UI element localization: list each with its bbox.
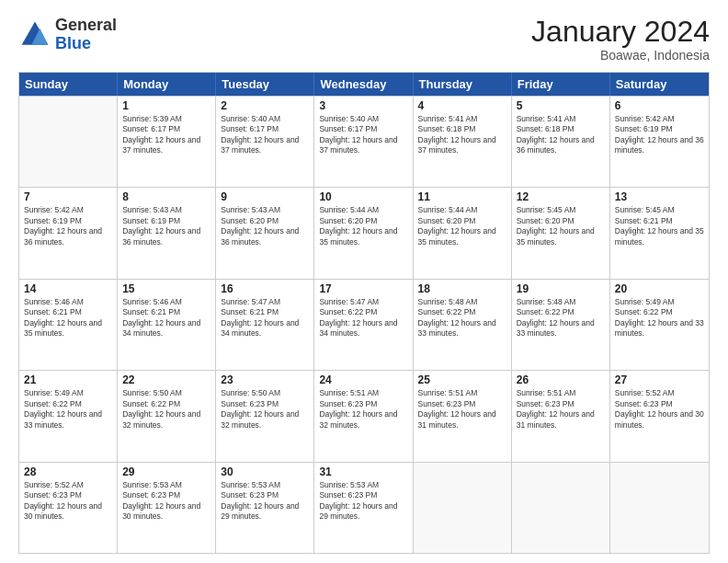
day-number: 15 — [122, 282, 210, 295]
day-number: 8 — [122, 190, 210, 203]
day-number: 29 — [122, 465, 210, 478]
cell-info: Sunrise: 5:42 AM Sunset: 6:19 PM Dayligh… — [615, 114, 704, 156]
location: Boawae, Indonesia — [531, 48, 710, 63]
calendar-row: 28Sunrise: 5:52 AM Sunset: 6:23 PM Dayli… — [19, 462, 709, 553]
day-number: 16 — [221, 282, 309, 295]
weekday-header: Friday — [512, 73, 610, 96]
calendar-cell: 31Sunrise: 5:53 AM Sunset: 6:23 PM Dayli… — [314, 463, 413, 553]
cell-info: Sunrise: 5:53 AM Sunset: 6:23 PM Dayligh… — [319, 480, 407, 523]
calendar-cell: 5Sunrise: 5:41 AM Sunset: 6:18 PM Daylig… — [512, 97, 610, 187]
calendar-cell: 23Sunrise: 5:50 AM Sunset: 6:23 PM Dayli… — [216, 371, 314, 461]
calendar-body: 1Sunrise: 5:39 AM Sunset: 6:17 PM Daylig… — [19, 96, 709, 553]
cell-info: Sunrise: 5:49 AM Sunset: 6:22 PM Dayligh… — [24, 388, 112, 431]
calendar-cell: 14Sunrise: 5:46 AM Sunset: 6:21 PM Dayli… — [19, 280, 118, 370]
calendar-cell — [512, 463, 610, 553]
cell-info: Sunrise: 5:43 AM Sunset: 6:19 PM Dayligh… — [122, 205, 210, 247]
day-number: 18 — [418, 282, 506, 295]
logo-text: General Blue — [55, 17, 117, 53]
day-number: 11 — [418, 190, 506, 203]
day-number: 4 — [418, 99, 506, 112]
weekday-header: Saturday — [610, 73, 709, 96]
calendar-cell: 4Sunrise: 5:41 AM Sunset: 6:18 PM Daylig… — [414, 97, 512, 187]
cell-info: Sunrise: 5:51 AM Sunset: 6:23 PM Dayligh… — [418, 388, 506, 431]
weekday-header: Sunday — [19, 73, 118, 96]
calendar-cell: 2Sunrise: 5:40 AM Sunset: 6:17 PM Daylig… — [216, 97, 314, 187]
cell-info: Sunrise: 5:47 AM Sunset: 6:22 PM Dayligh… — [319, 297, 407, 339]
calendar-cell: 27Sunrise: 5:52 AM Sunset: 6:23 PM Dayli… — [610, 371, 709, 461]
day-number: 13 — [615, 190, 704, 203]
calendar-row: 14Sunrise: 5:46 AM Sunset: 6:21 PM Dayli… — [19, 279, 709, 370]
calendar-cell: 12Sunrise: 5:45 AM Sunset: 6:20 PM Dayli… — [512, 188, 610, 278]
day-number: 22 — [122, 373, 210, 386]
cell-info: Sunrise: 5:53 AM Sunset: 6:23 PM Dayligh… — [122, 480, 210, 523]
day-number: 7 — [24, 190, 112, 203]
calendar-cell: 19Sunrise: 5:48 AM Sunset: 6:22 PM Dayli… — [512, 280, 610, 370]
day-number: 26 — [517, 373, 605, 386]
calendar-cell: 28Sunrise: 5:52 AM Sunset: 6:23 PM Dayli… — [19, 463, 118, 553]
day-number: 1 — [122, 99, 210, 112]
day-number: 2 — [221, 99, 309, 112]
cell-info: Sunrise: 5:46 AM Sunset: 6:21 PM Dayligh… — [24, 297, 112, 339]
calendar-cell: 9Sunrise: 5:43 AM Sunset: 6:20 PM Daylig… — [216, 188, 314, 278]
day-number: 5 — [517, 99, 605, 112]
calendar-cell — [610, 463, 709, 553]
page: General Blue January 2024 Boawae, Indone… — [0, 0, 728, 563]
day-number: 23 — [221, 373, 309, 386]
day-number: 25 — [418, 373, 506, 386]
calendar-cell: 18Sunrise: 5:48 AM Sunset: 6:22 PM Dayli… — [414, 280, 512, 370]
cell-info: Sunrise: 5:48 AM Sunset: 6:22 PM Dayligh… — [418, 297, 506, 339]
cell-info: Sunrise: 5:45 AM Sunset: 6:20 PM Dayligh… — [517, 205, 605, 247]
day-number: 9 — [221, 190, 309, 203]
calendar-cell: 3Sunrise: 5:40 AM Sunset: 6:17 PM Daylig… — [314, 97, 413, 187]
calendar-cell: 30Sunrise: 5:53 AM Sunset: 6:23 PM Dayli… — [216, 463, 314, 553]
weekday-header: Tuesday — [216, 73, 314, 96]
logo: General Blue — [18, 17, 117, 53]
day-number: 10 — [319, 190, 407, 203]
calendar-row: 1Sunrise: 5:39 AM Sunset: 6:17 PM Daylig… — [19, 96, 709, 187]
calendar-cell: 10Sunrise: 5:44 AM Sunset: 6:20 PM Dayli… — [314, 188, 413, 278]
cell-info: Sunrise: 5:41 AM Sunset: 6:18 PM Dayligh… — [418, 114, 506, 156]
cell-info: Sunrise: 5:39 AM Sunset: 6:17 PM Dayligh… — [122, 114, 210, 156]
title-block: January 2024 Boawae, Indonesia — [531, 17, 710, 63]
day-number: 30 — [221, 465, 309, 478]
cell-info: Sunrise: 5:43 AM Sunset: 6:20 PM Dayligh… — [221, 205, 309, 247]
day-number: 14 — [24, 282, 112, 295]
day-number: 3 — [319, 99, 407, 112]
day-number: 31 — [319, 465, 407, 478]
cell-info: Sunrise: 5:44 AM Sunset: 6:20 PM Dayligh… — [418, 205, 506, 247]
calendar-cell: 22Sunrise: 5:50 AM Sunset: 6:22 PM Dayli… — [118, 371, 216, 461]
calendar-cell: 26Sunrise: 5:51 AM Sunset: 6:23 PM Dayli… — [512, 371, 610, 461]
calendar-cell: 13Sunrise: 5:45 AM Sunset: 6:21 PM Dayli… — [610, 188, 709, 278]
calendar-cell: 15Sunrise: 5:46 AM Sunset: 6:21 PM Dayli… — [118, 280, 216, 370]
calendar-cell: 20Sunrise: 5:49 AM Sunset: 6:22 PM Dayli… — [610, 280, 709, 370]
month-title: January 2024 — [531, 17, 710, 46]
calendar-cell: 11Sunrise: 5:44 AM Sunset: 6:20 PM Dayli… — [414, 188, 512, 278]
cell-info: Sunrise: 5:47 AM Sunset: 6:21 PM Dayligh… — [221, 297, 309, 339]
calendar-cell: 17Sunrise: 5:47 AM Sunset: 6:22 PM Dayli… — [314, 280, 413, 370]
day-number: 21 — [24, 373, 112, 386]
calendar-header: SundayMondayTuesdayWednesdayThursdayFrid… — [19, 73, 709, 96]
cell-info: Sunrise: 5:51 AM Sunset: 6:23 PM Dayligh… — [517, 388, 605, 431]
calendar-row: 7Sunrise: 5:42 AM Sunset: 6:19 PM Daylig… — [19, 187, 709, 278]
calendar-cell: 21Sunrise: 5:49 AM Sunset: 6:22 PM Dayli… — [19, 371, 118, 461]
calendar-cell — [414, 463, 512, 553]
calendar-cell: 16Sunrise: 5:47 AM Sunset: 6:21 PM Dayli… — [216, 280, 314, 370]
cell-info: Sunrise: 5:41 AM Sunset: 6:18 PM Dayligh… — [517, 114, 605, 156]
header: General Blue January 2024 Boawae, Indone… — [18, 17, 710, 63]
cell-info: Sunrise: 5:52 AM Sunset: 6:23 PM Dayligh… — [24, 480, 112, 523]
calendar-cell: 6Sunrise: 5:42 AM Sunset: 6:19 PM Daylig… — [610, 97, 709, 187]
cell-info: Sunrise: 5:53 AM Sunset: 6:23 PM Dayligh… — [221, 480, 309, 523]
cell-info: Sunrise: 5:40 AM Sunset: 6:17 PM Dayligh… — [319, 114, 407, 156]
day-number: 17 — [319, 282, 407, 295]
cell-info: Sunrise: 5:45 AM Sunset: 6:21 PM Dayligh… — [615, 205, 704, 247]
weekday-header: Wednesday — [314, 73, 413, 96]
calendar-row: 21Sunrise: 5:49 AM Sunset: 6:22 PM Dayli… — [19, 370, 709, 461]
logo-general: General — [55, 17, 117, 35]
logo-icon — [18, 18, 51, 52]
cell-info: Sunrise: 5:50 AM Sunset: 6:22 PM Dayligh… — [122, 388, 210, 431]
calendar-cell: 24Sunrise: 5:51 AM Sunset: 6:23 PM Dayli… — [314, 371, 413, 461]
calendar-cell: 29Sunrise: 5:53 AM Sunset: 6:23 PM Dayli… — [118, 463, 216, 553]
cell-info: Sunrise: 5:52 AM Sunset: 6:23 PM Dayligh… — [615, 388, 704, 431]
cell-info: Sunrise: 5:40 AM Sunset: 6:17 PM Dayligh… — [221, 114, 309, 156]
cell-info: Sunrise: 5:48 AM Sunset: 6:22 PM Dayligh… — [517, 297, 605, 339]
